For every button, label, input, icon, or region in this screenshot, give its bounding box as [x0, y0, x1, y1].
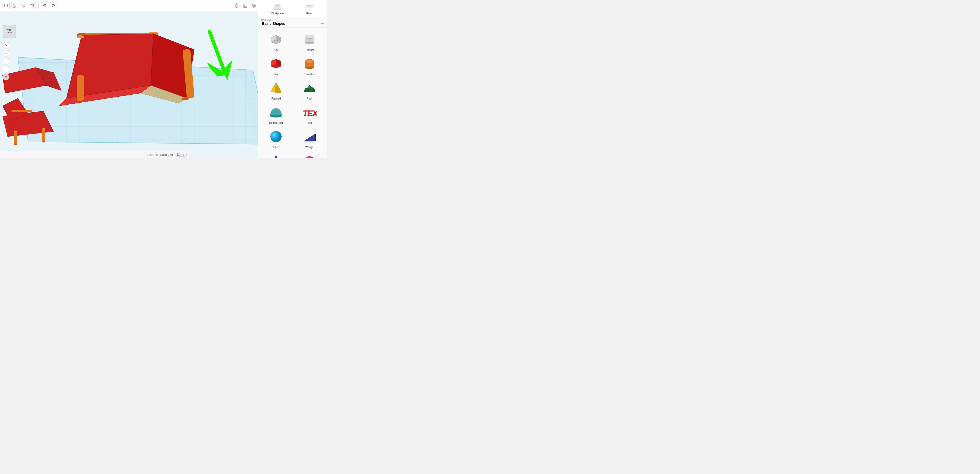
cylinder-orange-label: Cylinder — [305, 73, 314, 76]
ruler-icon — [305, 2, 314, 11]
shape-item-roof[interactable]: Roof — [293, 77, 326, 102]
shape-item-cylinder-gray[interactable]: Cylinder — [293, 29, 326, 53]
workplane-label: Workplane — [271, 12, 284, 15]
roof-icon — [301, 80, 318, 96]
wedge-icon — [301, 128, 318, 145]
canvas-area[interactable]: TOP LEFT ⟳ ○ + − ⊕ — [0, 11, 258, 158]
svg-marker-54 — [274, 4, 281, 6]
undo-button[interactable] — [41, 2, 48, 9]
svg-point-71 — [305, 35, 314, 38]
duplicate-button[interactable] — [20, 2, 27, 9]
shape-item-half-sphere[interactable]: Half Sphere — [293, 150, 326, 158]
redo-button[interactable] — [50, 2, 57, 9]
text-label: Text — [307, 121, 312, 124]
svg-point-84 — [270, 115, 282, 117]
shape-item-cylinder-orange[interactable]: Cylinder — [293, 53, 326, 77]
box-gray-icon — [268, 31, 284, 48]
sphere-icon — [268, 128, 284, 145]
cylinder-gray-icon — [301, 31, 318, 48]
box-gray-label: Box — [274, 49, 278, 51]
reset-view-button[interactable]: ⟳ — [3, 42, 9, 49]
zoom-in-button[interactable]: + — [3, 58, 9, 64]
orbit-button[interactable]: ○ — [3, 50, 9, 56]
box-red-icon — [268, 56, 284, 72]
sphere-label: Sphere — [272, 146, 280, 148]
svg-point-9 — [235, 4, 237, 6]
workplane-icon — [273, 2, 282, 11]
svg-rect-35 — [11, 110, 32, 112]
location-icon[interactable] — [233, 2, 240, 9]
home-button[interactable]: ⊕ — [3, 74, 9, 80]
shape-item-wedge[interactable]: Wedge — [293, 126, 326, 150]
round-roof-icon — [268, 104, 284, 120]
shapes-header: Tinkercad Basic Shapes — [258, 17, 327, 28]
svg-point-30 — [14, 144, 17, 145]
half-sphere-icon — [301, 153, 318, 158]
view-box-icon[interactable] — [242, 2, 249, 9]
panel-collapse-button[interactable]: › — [258, 75, 258, 83]
pyramid-icon — [268, 80, 284, 96]
shapes-grid: Box Cylinder Bo — [258, 28, 327, 158]
shape-item-box-gray[interactable]: Box — [259, 29, 293, 53]
zoom-out-button[interactable]: − — [3, 66, 9, 72]
shapes-category-label: Tinkercad — [261, 19, 325, 21]
svg-rect-31 — [42, 129, 45, 142]
round-roof-label: Round Roof — [269, 121, 283, 124]
snap-grid-value[interactable]: 1.0 mm — [175, 153, 186, 156]
svg-marker-89 — [315, 134, 316, 141]
svg-point-33 — [42, 141, 45, 142]
svg-marker-80 — [275, 82, 282, 93]
edit-grid-link[interactable]: Edit Grid — [147, 153, 158, 156]
ruler-label: Ruler — [306, 12, 312, 15]
svg-marker-90 — [270, 155, 282, 158]
svg-rect-28 — [14, 131, 17, 144]
svg-point-32 — [42, 128, 45, 130]
view-cube[interactable]: TOP LEFT — [3, 25, 16, 38]
svg-text:TEXT: TEXT — [303, 109, 317, 118]
roof-label: Roof — [307, 97, 312, 100]
pyramid-label: Pyramid — [271, 97, 281, 100]
svg-rect-5 — [23, 4, 25, 6]
cylinder-gray-label: Cylinder — [305, 49, 314, 51]
box-red-label: Box — [274, 73, 278, 76]
cone-icon — [268, 153, 284, 158]
svg-rect-10 — [243, 4, 247, 7]
svg-point-78 — [305, 59, 314, 63]
new-button[interactable] — [3, 2, 10, 9]
shape-item-box-red[interactable]: Box — [259, 53, 293, 77]
scene-svg — [0, 11, 258, 158]
copy-button[interactable] — [11, 2, 18, 9]
right-panel: › Workplane — [258, 0, 327, 158]
svg-rect-6 — [31, 5, 33, 7]
delete-button[interactable] — [29, 2, 36, 9]
snap-grid-label: Snap Grid — [160, 153, 173, 156]
svg-rect-47 — [77, 75, 84, 101]
cylinder-orange-icon — [301, 56, 318, 72]
shapes-dropdown-select[interactable]: Basic Shapes — [261, 21, 325, 26]
left-controls: ⟳ ○ + − ⊕ — [3, 42, 9, 80]
svg-rect-0 — [5, 4, 7, 7]
right-top-tools: Workplane Ruler — [258, 0, 327, 17]
status-bar: Edit Grid Snap Grid 1.0 mm — [0, 151, 189, 158]
shape-item-cone[interactable]: Cone — [259, 150, 293, 158]
svg-rect-3 — [14, 4, 16, 6]
shape-item-text[interactable]: TEXT Text — [293, 102, 326, 126]
svg-point-46 — [77, 35, 84, 38]
wedge-label: Wedge — [305, 146, 313, 148]
svg-rect-53 — [274, 6, 281, 10]
shape-item-sphere[interactable]: Sphere — [259, 126, 293, 150]
text-icon: TEXT — [301, 104, 318, 120]
grid-icon[interactable] — [250, 2, 257, 9]
ruler-tool[interactable]: Ruler — [305, 2, 314, 15]
shape-item-round-roof[interactable]: Round Roof — [259, 102, 293, 126]
workplane-tool[interactable]: Workplane — [271, 2, 284, 15]
svg-point-86 — [270, 131, 282, 142]
svg-point-29 — [14, 131, 17, 132]
shape-item-pyramid[interactable]: Pyramid — [259, 77, 293, 102]
svg-marker-88 — [304, 134, 315, 141]
